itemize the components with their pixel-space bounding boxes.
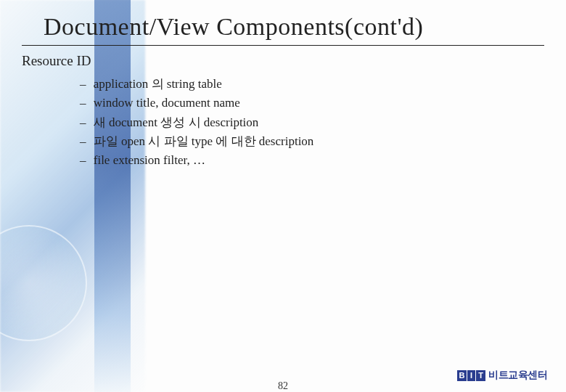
section-heading: Resource ID: [22, 53, 544, 69]
slide-content: Document/View Components(cont'd) Resourc…: [0, 0, 566, 171]
logo-letter-i: I: [467, 370, 476, 381]
title-divider: [22, 45, 544, 46]
logo-text: 비트교육센터: [488, 369, 547, 382]
footer-logo: B I T 비트교육센터: [457, 369, 547, 382]
logo-badge-icon: B I T: [457, 370, 485, 381]
slide-title: Document/View Components(cont'd): [44, 13, 544, 41]
list-item: file extension filter, …: [80, 151, 544, 170]
list-item: application 의 string table: [80, 75, 544, 94]
logo-letter-b: B: [457, 370, 467, 381]
list-item: 파일 open 시 파일 type 에 대한 description: [80, 132, 544, 151]
list-item: window title, document name: [80, 94, 544, 113]
bullet-list: application 의 string table window title,…: [80, 75, 544, 171]
page-number: 82: [278, 380, 288, 392]
list-item: 새 document 생성 시 description: [80, 113, 544, 132]
logo-letter-t: T: [476, 370, 485, 381]
